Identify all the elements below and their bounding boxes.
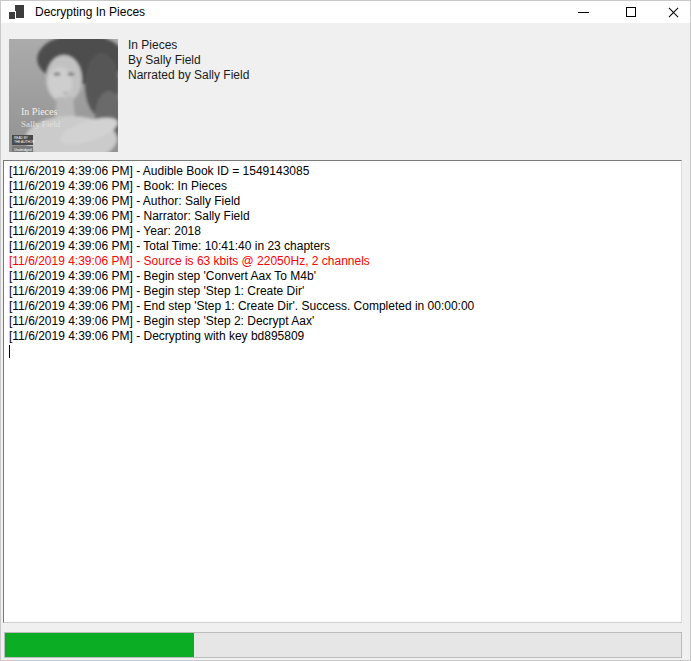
close-x-icon — [668, 7, 679, 18]
window-title: Decrypting In Pieces — [35, 5, 145, 19]
log-line: [11/6/2019 4:39:06 PM] - Begin step 'Con… — [9, 269, 679, 284]
cover-badge-line2: THE AUTHOR — [14, 140, 35, 144]
minimize-button[interactable] — [560, 1, 606, 23]
log-line: [11/6/2019 4:39:06 PM] - Audible Book ID… — [9, 164, 679, 179]
log-line: [11/6/2019 4:39:06 PM] - Begin step 'Ste… — [9, 284, 679, 299]
progress-bar — [4, 632, 682, 658]
book-meta: In Pieces By Sally Field Narrated by Sal… — [128, 38, 249, 83]
log-line: [11/6/2019 4:39:06 PM] - Book: In Pieces — [9, 179, 679, 194]
text-caret — [9, 345, 10, 358]
log-textbox[interactable]: [11/6/2019 4:39:06 PM] - Audible Book ID… — [3, 160, 682, 623]
progress-fill — [5, 633, 194, 657]
app-window: Decrypting In Pieces — [0, 0, 691, 661]
maximize-button[interactable] — [607, 1, 654, 23]
log-line: [11/6/2019 4:39:06 PM] - End step 'Step … — [9, 299, 679, 314]
log-line: [11/6/2019 4:39:06 PM] - Year: 2018 — [9, 224, 679, 239]
title-bar[interactable]: Decrypting In Pieces — [1, 1, 690, 23]
minimize-line-icon — [578, 12, 589, 13]
cover-author-text: Sally Field — [21, 119, 61, 129]
book-author: By Sally Field — [128, 53, 249, 68]
cover-badge-line3: Unabridged — [14, 148, 32, 152]
log-line: [11/6/2019 4:39:06 PM] - Source is 63 kb… — [9, 254, 679, 269]
cover-title-text: In Pieces — [21, 106, 57, 117]
book-narrator: Narrated by Sally Field — [128, 68, 249, 83]
maximize-square-icon — [626, 7, 636, 17]
book-cover-image: In Pieces Sally Field READ BY THE AUTHOR… — [9, 39, 118, 152]
close-button[interactable] — [654, 1, 691, 23]
log-line: [11/6/2019 4:39:06 PM] - Decrypting with… — [9, 329, 679, 344]
book-title: In Pieces — [128, 38, 249, 53]
log-line: [11/6/2019 4:39:06 PM] - Begin step 'Ste… — [9, 314, 679, 329]
app-window-blocks-icon — [9, 5, 25, 19]
log-line: [11/6/2019 4:39:06 PM] - Author: Sally F… — [9, 194, 679, 209]
log-line: [11/6/2019 4:39:06 PM] - Total Time: 10:… — [9, 239, 679, 254]
log-line: [11/6/2019 4:39:06 PM] - Narrator: Sally… — [9, 209, 679, 224]
